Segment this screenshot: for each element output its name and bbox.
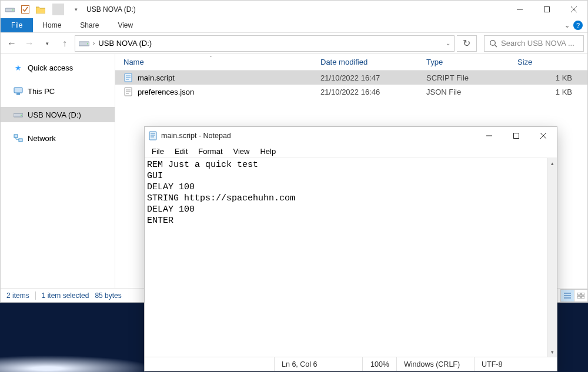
view-details-button[interactable]	[560, 289, 574, 302]
address-dropdown[interactable]: ⌄	[446, 40, 450, 46]
notepad-text-area[interactable]: REM Just a quick test GUI DELAY 100 STRI…	[145, 158, 547, 357]
network-icon	[14, 133, 23, 143]
qat-properties-checkbox[interactable]	[19, 4, 31, 15]
status-caret-pos: Ln 6, Col 6	[274, 357, 362, 371]
menu-help[interactable]: Help	[255, 146, 280, 157]
explorer-navbar: ← → ▾ ↑ › USB NOVA (D:) ⌄ ↻ Search USB N…	[1, 33, 587, 54]
status-selection-size: 85 bytes	[95, 291, 121, 300]
search-icon	[489, 39, 497, 48]
view-thumbnails-button[interactable]	[574, 289, 588, 302]
svg-point-9	[490, 40, 496, 45]
svg-rect-30	[577, 296, 580, 299]
notepad-close-button[interactable]	[530, 127, 557, 145]
column-size[interactable]: Size	[509, 58, 587, 66]
column-date[interactable]: Date modified	[312, 58, 418, 66]
pc-icon	[14, 86, 23, 96]
svg-point-14	[21, 115, 22, 116]
svg-rect-28	[577, 293, 580, 295]
svg-point-1	[12, 9, 14, 11]
column-headers: Name ˄ Date modified Type Size	[115, 54, 587, 71]
address-bar[interactable]: › USB NOVA (D:) ⌄	[75, 35, 455, 52]
json-file-icon	[123, 87, 133, 96]
scroll-down-icon[interactable]: ▾	[547, 347, 557, 357]
nav-up-button[interactable]: ↑	[57, 36, 72, 51]
svg-rect-31	[582, 296, 584, 299]
ribbon-share-tab[interactable]: Share	[71, 18, 108, 32]
svg-rect-16	[19, 139, 22, 142]
notepad-statusbar: Ln 6, Col 6 100% Windows (CRLF) UTF-8	[145, 357, 557, 371]
explorer-sidebar: ★ Quick access This PC USB NOVA (D:)	[1, 54, 115, 288]
ribbon-file-tab[interactable]: File	[1, 18, 33, 32]
nav-back-button[interactable]: ←	[4, 36, 19, 51]
svg-rect-4	[544, 7, 550, 12]
search-box[interactable]: Search USB NOVA ...	[484, 35, 584, 52]
notepad-title: main.script - Notepad	[161, 132, 231, 140]
drive-icon	[79, 40, 89, 47]
explorer-close-button[interactable]	[560, 1, 587, 18]
sidebar-item-label: USB NOVA (D:)	[28, 110, 81, 119]
status-selection-count: 1 item selected	[42, 291, 89, 300]
menu-format[interactable]: Format	[193, 146, 227, 157]
status-encoding: UTF-8	[474, 357, 557, 371]
file-name: main.script	[138, 73, 175, 82]
status-eol: Windows (CRLF)	[396, 357, 474, 371]
svg-rect-11	[14, 88, 22, 93]
sidebar-item-this-pc[interactable]: This PC	[1, 83, 115, 99]
svg-rect-2	[22, 6, 29, 14]
status-zoom: 100%	[362, 357, 396, 371]
refresh-button[interactable]: ↻	[457, 35, 477, 52]
search-placeholder: Search USB NOVA ...	[501, 39, 574, 48]
svg-rect-29	[582, 293, 584, 295]
nav-recent-dropdown[interactable]: ▾	[39, 36, 55, 51]
ribbon-expand-button[interactable]: ⌄	[564, 22, 570, 29]
sidebar-item-network[interactable]: Network	[1, 130, 115, 146]
sort-indicator-icon: ˄	[209, 55, 212, 61]
sidebar-item-quick-access[interactable]: ★ Quick access	[1, 60, 115, 75]
drive-icon	[4, 4, 16, 15]
file-row[interactable]: preferences.json 21/10/2022 16:46 JSON F…	[115, 85, 587, 99]
ribbon-home-tab[interactable]: Home	[33, 18, 71, 32]
sidebar-item-label: Network	[28, 134, 56, 143]
sidebar-item-label: This PC	[28, 87, 55, 96]
explorer-titlebar: ▾ USB NOVA (D:)	[1, 1, 587, 18]
breadcrumb[interactable]: USB NOVA (D:)	[98, 39, 152, 48]
explorer-maximize-button[interactable]	[533, 1, 560, 18]
explorer-minimize-button[interactable]	[506, 1, 533, 18]
file-size: 1 KB	[509, 73, 587, 82]
column-name[interactable]: Name ˄	[115, 58, 312, 66]
scroll-up-icon[interactable]: ▴	[547, 158, 557, 168]
file-name: preferences.json	[138, 88, 194, 96]
svg-rect-12	[16, 93, 20, 95]
qat-dropdown[interactable]: ▾	[70, 4, 82, 15]
chevron-right-icon: ›	[93, 40, 95, 46]
status-item-count: 2 items	[6, 291, 29, 300]
file-size: 1 KB	[509, 88, 587, 96]
menu-file[interactable]: File	[147, 146, 169, 157]
file-date: 21/10/2022 16:47	[312, 73, 418, 82]
explorer-ribbon: File Home Share View ⌄ ?	[1, 18, 587, 33]
notepad-minimize-button[interactable]	[476, 127, 503, 145]
svg-point-8	[87, 43, 88, 44]
notepad-scrollbar[interactable]: ▴ ▾	[547, 158, 557, 357]
svg-rect-37	[514, 133, 519, 139]
notepad-maximize-button[interactable]	[503, 127, 530, 145]
file-date: 21/10/2022 16:46	[312, 88, 418, 96]
sidebar-item-usb-drive[interactable]: USB NOVA (D:)	[1, 107, 115, 122]
star-icon: ★	[14, 63, 23, 72]
notepad-app-icon	[148, 131, 158, 140]
help-icon[interactable]: ?	[573, 21, 583, 30]
nav-forward-button[interactable]: →	[22, 36, 37, 51]
svg-line-10	[495, 45, 497, 47]
drive-icon	[14, 110, 23, 119]
menu-view[interactable]: View	[229, 146, 255, 157]
sidebar-item-label: Quick access	[28, 63, 73, 72]
notepad-menubar: File Edit Format View Help	[145, 145, 557, 157]
script-file-icon	[123, 73, 133, 82]
column-type[interactable]: Type	[418, 58, 509, 66]
notepad-titlebar[interactable]: main.script - Notepad	[145, 127, 557, 145]
menu-edit[interactable]: Edit	[170, 146, 192, 157]
folder-icon	[35, 4, 46, 15]
file-row[interactable]: main.script 21/10/2022 16:47 SCRIPT File…	[115, 71, 587, 85]
ribbon-view-tab[interactable]: View	[108, 18, 142, 32]
svg-rect-32	[149, 132, 156, 140]
